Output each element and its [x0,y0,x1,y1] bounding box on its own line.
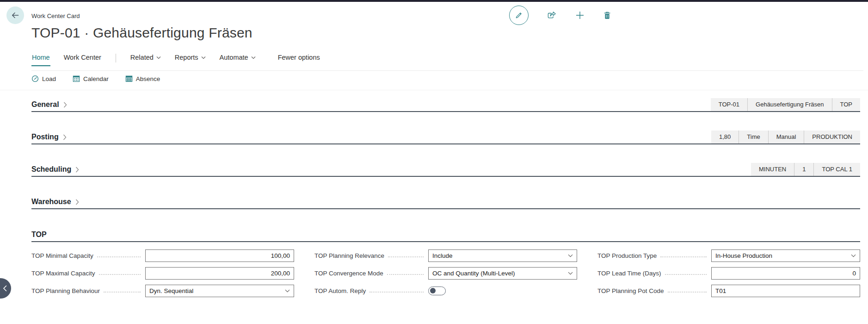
promoted-actions: Load Calendar Absence [31,75,160,82]
pencil-icon [515,11,523,19]
calendar-label: Calendar [83,75,109,82]
top-minimal-capacity-input[interactable]: 100,00 [145,249,294,262]
top-planning-behaviour-select[interactable]: Dyn. Sequential [145,285,294,297]
share-button[interactable] [547,11,557,19]
absence-icon [125,75,133,82]
dotted-leader [660,254,707,257]
back-button[interactable] [6,6,24,24]
load-button[interactable]: Load [31,75,56,82]
chevron-down-icon [251,56,256,59]
window-top-border [0,0,868,2]
summary-chip: MINUTEN [751,163,794,176]
chevron-down-icon [568,272,573,275]
chevron-down-icon [285,289,290,293]
top-autom-reply-toggle[interactable] [428,287,446,295]
chevron-down-icon [201,56,206,59]
chevron-down-icon [851,254,856,257]
tab-home[interactable]: Home [31,53,50,66]
tab-home-label: Home [32,54,50,61]
calendar-button[interactable]: Calendar [73,75,109,82]
top-maximal-capacity-input[interactable]: 200,00 [145,267,294,280]
section-general-title: General [31,100,67,109]
summary-chip: Time [739,131,768,143]
chevron-left-icon [3,285,7,292]
page-title: TOP-01 · Gehäusefertigung Fräsen [31,25,252,41]
fewer-options-label: Fewer options [278,54,320,61]
dotted-leader [97,254,141,257]
field-top-planning-pot-code: TOP Planning Pot Code T01 [597,282,860,299]
menu-automate-label: Automate [220,54,248,61]
field-label: TOP Lead Time (Days) [597,270,661,277]
summary-chip: TOP [832,98,861,111]
summary-chip: Gehäusefertigung Fräsen [747,98,831,111]
section-posting-header[interactable]: Posting 1,80 Time Manual PRODUKTION [31,129,860,144]
select-value: In-House Production [715,252,772,259]
ribbon-divider-line [0,90,868,90]
summary-chip: 1 [794,163,813,176]
top-convergence-mode-select[interactable]: OC and Quantity (Multi-Level) [428,267,577,280]
top-production-type-select[interactable]: In-House Production [711,249,860,262]
summary-chip: 1,80 [711,131,739,143]
edit-button[interactable] [509,6,529,25]
menu-related[interactable]: Related [130,53,161,66]
chevron-right-icon [63,102,67,108]
section-posting: Posting 1,80 Time Manual PRODUKTION [31,129,860,144]
field-label: TOP Minimal Capacity [31,252,93,259]
trash-icon [603,11,611,20]
top-planning-relevance-select[interactable]: Include [428,249,577,262]
section-warehouse-header[interactable]: Warehouse [31,193,860,209]
section-general-header[interactable]: General TOP-01 Gehäusefertigung Fräsen T… [31,96,860,112]
section-posting-summary: 1,80 Time Manual PRODUKTION [711,131,860,143]
select-value: Dyn. Sequential [149,287,193,294]
summary-chip: TOP CAL 1 [813,163,860,176]
section-scheduling-header[interactable]: Scheduling MINUTEN 1 TOP CAL 1 [31,161,860,177]
menu-reports[interactable]: Reports [174,53,206,66]
plus-icon [575,11,585,20]
section-scheduling-title: Scheduling [31,165,79,174]
field-label: TOP Autom. Reply [314,287,366,294]
action-bar: Home Work Center Related Reports Automat… [31,53,320,66]
field-top-autom-reply: TOP Autom. Reply [314,282,577,299]
field-top-maximal-capacity: TOP Maximal Capacity 200,00 [31,264,294,282]
section-general: General TOP-01 Gehäusefertigung Fräsen T… [31,96,860,112]
menu-automate[interactable]: Automate [219,53,256,66]
top-planning-pot-code-input[interactable]: T01 [711,285,860,297]
dotted-leader [369,289,424,293]
menu-reports-label: Reports [175,54,198,61]
summary-chip: PRODUKTION [804,131,860,143]
dotted-leader [387,272,424,275]
chevron-right-icon [63,134,67,140]
toggle-knob [430,288,436,293]
summary-chip: TOP-01 [711,98,747,111]
dotted-leader [668,289,707,293]
field-label: TOP Planning Pot Code [597,287,664,294]
field-top-planning-behaviour: TOP Planning Behaviour Dyn. Sequential [31,282,294,299]
dotted-leader [665,272,707,275]
field-label: TOP Production Type [597,252,657,259]
section-posting-title: Posting [31,133,67,141]
field-label: TOP Planning Behaviour [31,287,100,294]
section-top: TOP [31,226,860,242]
top-lead-time-input[interactable]: 0 [711,267,860,280]
calendar-icon [73,75,80,82]
summary-chip: Manual [768,131,804,143]
dotted-leader [388,254,424,257]
menu-related-label: Related [130,54,154,61]
tab-work-center[interactable]: Work Center [63,53,102,66]
section-top-title: TOP [31,231,47,239]
menu-divider-line [31,70,863,71]
select-value: OC and Quantity (Multi-Level) [432,270,515,277]
side-panel-handle[interactable] [0,278,11,299]
tab-work-center-label: Work Center [64,54,101,61]
new-button[interactable] [575,11,585,20]
section-general-summary: TOP-01 Gehäusefertigung Fräsen TOP [711,98,860,111]
section-scheduling-summary: MINUTEN 1 TOP CAL 1 [751,163,860,176]
load-label: Load [42,75,56,82]
section-top-header[interactable]: TOP [31,226,860,242]
field-top-production-type: TOP Production Type In-House Production [597,247,860,264]
absence-button[interactable]: Absence [125,75,160,82]
delete-button[interactable] [603,11,611,20]
field-label: TOP Convergence Mode [314,270,383,277]
section-scheduling: Scheduling MINUTEN 1 TOP CAL 1 [31,161,860,177]
fewer-options-button[interactable]: Fewer options [277,53,320,66]
